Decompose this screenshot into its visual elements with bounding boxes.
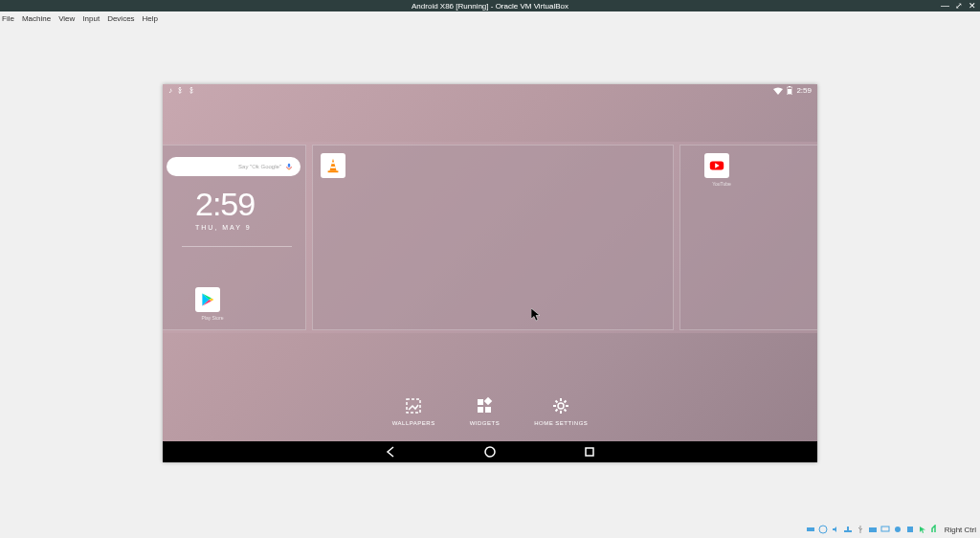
- usb-icon-2: [188, 87, 195, 95]
- svg-rect-19: [807, 527, 814, 531]
- svg-point-17: [485, 447, 495, 457]
- launcher-actions: WALLPAPERS WIDGETS HOME SETTINGS: [163, 395, 817, 426]
- sb-shared-folder-icon[interactable]: [868, 525, 878, 534]
- home-pages-overview: Say "Ok Google" 2:59 THU, MAY 9: [163, 142, 817, 333]
- minimize-button[interactable]: —: [941, 1, 949, 11]
- svg-rect-8: [330, 166, 335, 168]
- svg-rect-22: [847, 527, 849, 530]
- android-home[interactable]: ♪ 2:59: [163, 84, 817, 441]
- svg-rect-14: [478, 407, 483, 413]
- svg-rect-9: [328, 170, 339, 172]
- svg-rect-12: [478, 399, 483, 405]
- svg-rect-24: [881, 527, 889, 531]
- svg-point-1: [190, 87, 191, 88]
- vm-display-area: ♪ 2:59: [0, 25, 980, 521]
- play-store-label: Play Store: [195, 315, 230, 321]
- mic-icon[interactable]: [285, 163, 293, 170]
- svg-rect-21: [844, 530, 852, 532]
- wallpapers-icon: [403, 395, 424, 416]
- svg-point-16: [558, 403, 564, 409]
- sb-hdd-icon[interactable]: [806, 525, 815, 534]
- app-vlc[interactable]: [321, 153, 355, 181]
- sb-mouse-integration-icon[interactable]: [918, 525, 927, 534]
- window-controls: — ⤢ ✕: [941, 1, 976, 11]
- close-button[interactable]: ✕: [969, 1, 976, 11]
- home-settings-label: HOME SETTINGS: [534, 420, 588, 426]
- action-widgets[interactable]: WIDGETS: [470, 395, 501, 426]
- vbox-title-bar: Android X86 [Running] - Oracle VM Virtua…: [0, 0, 980, 11]
- svg-rect-23: [869, 527, 877, 532]
- menu-devices[interactable]: Devices: [107, 14, 134, 23]
- sb-optical-icon[interactable]: [818, 525, 828, 534]
- music-icon: ♪: [168, 86, 172, 95]
- search-placeholder: Say "Ok Google": [238, 164, 281, 169]
- sb-audio-icon[interactable]: [831, 525, 840, 534]
- google-search-bar[interactable]: Say "Ok Google": [167, 157, 301, 176]
- vlc-icon: [321, 153, 345, 178]
- svg-point-20: [819, 526, 827, 533]
- menu-help[interactable]: Help: [143, 14, 158, 23]
- app-play-store[interactable]: Play Store: [195, 287, 230, 321]
- youtube-icon: [704, 153, 729, 178]
- widgets-icon: [474, 395, 495, 416]
- nav-home[interactable]: [483, 445, 497, 459]
- menu-view[interactable]: View: [58, 14, 75, 23]
- android-status-bar[interactable]: ♪ 2:59: [163, 84, 817, 98]
- window-title: Android X86 [Running] - Oracle VM Virtua…: [412, 2, 568, 11]
- clock-date: THU, MAY 9: [195, 224, 256, 231]
- action-home-settings[interactable]: HOME SETTINGS: [534, 395, 588, 426]
- status-time: 2:59: [796, 86, 812, 95]
- usb-icon: [176, 87, 184, 95]
- sb-keyboard-icon[interactable]: [930, 525, 940, 534]
- clock-time: 2:59: [195, 188, 256, 220]
- maximize-button[interactable]: ⤢: [955, 1, 963, 11]
- app-youtube[interactable]: YouTube: [704, 153, 739, 187]
- sb-display-icon[interactable]: [880, 525, 890, 534]
- svg-rect-26: [907, 527, 913, 532]
- menu-input[interactable]: Input: [82, 14, 100, 23]
- nav-recent[interactable]: [583, 445, 596, 459]
- settings-icon: [550, 395, 571, 416]
- svg-point-0: [179, 87, 180, 88]
- sb-recording-icon[interactable]: [893, 525, 902, 534]
- nav-back[interactable]: [384, 445, 397, 459]
- home-page-left[interactable]: Say "Ok Google" 2:59 THU, MAY 9: [163, 145, 306, 330]
- play-store-icon: [195, 287, 220, 312]
- action-wallpapers[interactable]: WALLPAPERS: [392, 395, 435, 426]
- android-nav-bar: [163, 441, 817, 462]
- sb-cpu-icon[interactable]: [905, 525, 915, 534]
- svg-rect-15: [484, 396, 492, 404]
- vbox-menu-bar: File Machine View Input Devices Help: [0, 11, 980, 25]
- menu-machine[interactable]: Machine: [22, 14, 51, 23]
- mouse-cursor: [531, 308, 541, 322]
- battery-icon: [787, 86, 792, 95]
- guest-screen[interactable]: ♪ 2:59: [163, 84, 817, 462]
- svg-rect-4: [788, 89, 791, 94]
- wifi-icon: [773, 87, 783, 95]
- svg-rect-7: [331, 162, 335, 164]
- home-page-right[interactable]: YouTube: [679, 145, 817, 330]
- home-page-center[interactable]: [312, 145, 674, 330]
- sb-network-icon[interactable]: [843, 525, 853, 534]
- svg-rect-3: [789, 86, 791, 87]
- clock-widget[interactable]: 2:59 THU, MAY 9: [195, 188, 256, 231]
- menu-file[interactable]: File: [2, 14, 14, 23]
- svg-point-25: [895, 527, 901, 532]
- svg-rect-18: [586, 448, 593, 456]
- host-key-label: Right Ctrl: [945, 526, 976, 534]
- widgets-label: WIDGETS: [470, 420, 501, 426]
- vbox-status-bar: Right Ctrl: [0, 521, 980, 538]
- divider: [182, 246, 292, 247]
- svg-rect-5: [288, 163, 290, 167]
- wallpapers-label: WALLPAPERS: [392, 420, 435, 426]
- youtube-label: YouTube: [704, 181, 739, 187]
- svg-rect-13: [485, 407, 491, 413]
- sb-usb-icon[interactable]: [856, 525, 865, 534]
